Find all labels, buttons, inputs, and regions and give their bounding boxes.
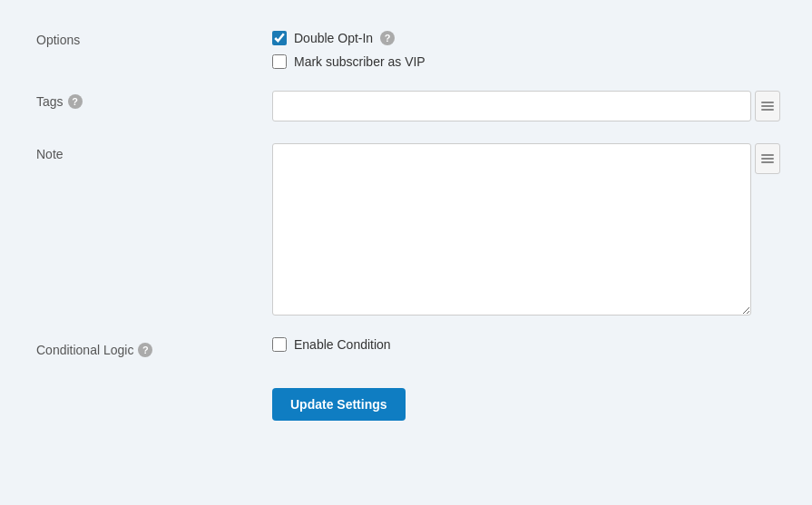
conditional-logic-row: Conditional Logic ? Enable Condition (36, 337, 776, 357)
enable-condition-checkbox[interactable] (272, 337, 287, 352)
form-container: Options Double Opt-In ? Mark subscriber … (36, 27, 776, 421)
note-control (272, 143, 780, 316)
tags-list-icon (759, 100, 776, 112)
note-textarea[interactable] (272, 143, 751, 316)
double-optin-help-icon[interactable]: ? (380, 31, 395, 45)
note-label: Note (36, 143, 272, 161)
mark-vip-item[interactable]: Mark subscriber as VIP (272, 54, 776, 69)
enable-condition-label[interactable]: Enable Condition (294, 337, 391, 352)
conditional-logic-help-icon[interactable]: ? (138, 343, 152, 357)
options-label-text: Options (36, 33, 80, 47)
tags-label-text: Tags (36, 94, 64, 109)
conditional-logic-control: Enable Condition (272, 337, 776, 352)
options-label: Options (36, 27, 272, 47)
update-settings-row: Update Settings (36, 379, 776, 421)
mark-vip-checkbox[interactable] (272, 54, 287, 69)
tags-label: Tags ? (36, 91, 272, 109)
note-textarea-wrapper (272, 143, 780, 316)
tags-browse-button[interactable] (755, 91, 780, 121)
update-settings-button[interactable]: Update Settings (272, 388, 406, 421)
tags-input[interactable] (272, 91, 751, 121)
note-label-text: Note (36, 147, 64, 161)
options-row: Options Double Opt-In ? Mark subscriber … (36, 27, 776, 69)
update-button-wrapper: Update Settings (272, 379, 776, 421)
double-optin-label[interactable]: Double Opt-In (294, 31, 373, 45)
tags-row: Tags ? (36, 91, 776, 121)
tags-input-wrapper (272, 91, 780, 121)
tags-control (272, 91, 780, 121)
note-browse-button[interactable] (755, 143, 780, 174)
mark-vip-label[interactable]: Mark subscriber as VIP (294, 54, 426, 69)
options-checkboxes: Double Opt-In ? Mark subscriber as VIP (272, 27, 776, 69)
double-optin-checkbox[interactable] (272, 31, 287, 45)
double-optin-item[interactable]: Double Opt-In ? (272, 31, 776, 45)
enable-condition-row: Enable Condition (272, 337, 776, 352)
tags-help-icon[interactable]: ? (68, 94, 83, 109)
conditional-logic-label-text: Conditional Logic (36, 343, 133, 357)
note-list-icon (759, 152, 776, 165)
note-row: Note (36, 143, 776, 316)
conditional-logic-label: Conditional Logic ? (36, 337, 272, 357)
